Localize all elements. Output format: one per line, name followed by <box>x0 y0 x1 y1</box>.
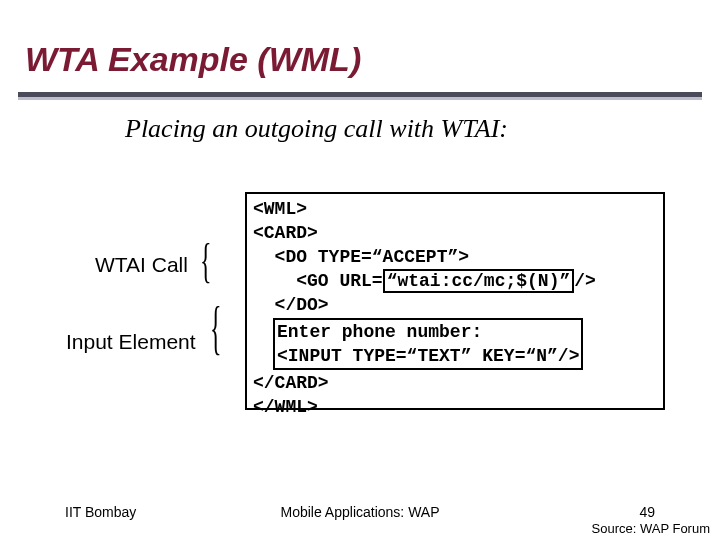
highlight-wtai-url: “wtai:cc/mc;$(N)” <box>383 269 575 293</box>
footer-source: Source: WAP Forum <box>592 521 710 536</box>
divider-light <box>18 97 702 100</box>
code-line: /> <box>574 271 596 291</box>
label-wtai-call: WTAI Call <box>95 253 188 277</box>
footer-page-number: 49 <box>639 504 655 520</box>
slide-subtitle: Placing an outgoing call with WTAI: <box>125 114 508 144</box>
code-line: </WML> <box>253 397 318 417</box>
highlight-input-block: Enter phone number: <INPUT TYPE=“TEXT” K… <box>273 318 583 370</box>
code-line: <WML> <box>253 199 307 219</box>
code-line: <INPUT TYPE=“TEXT” KEY=“N”/> <box>277 346 579 366</box>
slide-title: WTA Example (WML) <box>25 40 361 79</box>
code-line: </CARD> <box>253 373 329 393</box>
code-line: Enter phone number: <box>277 322 482 342</box>
brace-icon: { <box>200 234 212 288</box>
code-line: <CARD> <box>253 223 318 243</box>
code-line: <DO TYPE=“ACCEPT”> <box>253 247 469 267</box>
footer-title: Mobile Applications: WAP <box>0 504 720 520</box>
label-input-element: Input Element <box>66 330 196 354</box>
brace-icon: { <box>210 293 222 361</box>
slide: WTA Example (WML) Placing an outgoing ca… <box>0 0 720 540</box>
code-line: </DO> <box>253 295 329 315</box>
code-block: <WML> <CARD> <DO TYPE=“ACCEPT”> <GO URL=… <box>245 192 665 410</box>
code-line: <GO URL= <box>253 271 383 291</box>
